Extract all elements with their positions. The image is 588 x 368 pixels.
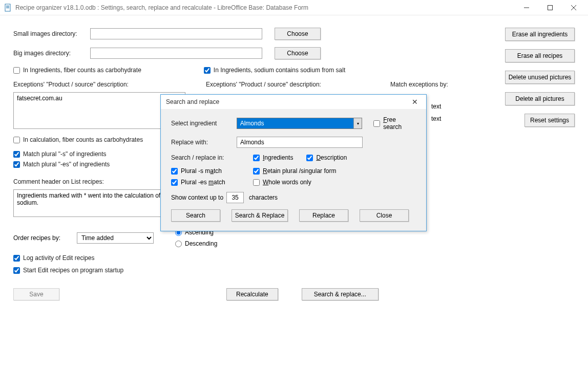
descending-radio[interactable]: Descending xyxy=(175,240,217,247)
characters-label: characters xyxy=(249,194,278,201)
erase-all-ingredients-button[interactable]: Erase all ingredients xyxy=(505,28,575,41)
erase-all-recipes-button[interactable]: Erase all recipes xyxy=(505,49,575,62)
show-context-label: Show context up to xyxy=(171,194,223,201)
match-plural-s-label: Match plural "-s" of ingredients xyxy=(23,150,107,158)
svg-rect-1 xyxy=(6,6,9,6)
small-images-input[interactable] xyxy=(90,28,262,39)
match-text-1: text xyxy=(431,103,441,110)
fiber-carb-calc-checkbox[interactable]: In calculation, fiber counts as carbohyd… xyxy=(13,136,143,143)
descending-label: Descending xyxy=(185,240,217,247)
choose-small-button[interactable]: Choose xyxy=(275,28,321,40)
chevron-down-icon[interactable]: ▾ xyxy=(353,118,362,128)
window-title: Recipe organizer v18.1.0.odb : Settings,… xyxy=(15,4,519,11)
free-search-checkbox[interactable]: Free search xyxy=(373,116,416,131)
retain-plural-checkbox[interactable]: Retain plural /singular form xyxy=(253,167,336,175)
select-ingredient-label: Select ingredient xyxy=(171,120,237,127)
order-by-label: Order recipes by: xyxy=(13,234,77,242)
document-icon xyxy=(4,4,12,12)
search-in-label: Search / replace in: xyxy=(171,154,237,161)
replace-with-input[interactable]: Almonds xyxy=(237,137,363,148)
start-edit-label: Start Edit recipes on program startup xyxy=(23,267,123,274)
plural-s-checkbox[interactable]: Plural -s match xyxy=(171,167,253,175)
match-exceptions-label: Match exceptions by: xyxy=(390,81,448,88)
minimize-button[interactable] xyxy=(519,3,534,13)
dialog-search-button[interactable]: Search xyxy=(171,209,220,222)
match-text-2: text xyxy=(431,115,441,122)
ingredients-checkbox[interactable]: Ingredients xyxy=(253,154,293,161)
log-activity-checkbox[interactable]: Log activity of Edit recipes xyxy=(13,254,575,262)
small-images-label: Small images directory: xyxy=(13,30,90,37)
reset-settings-button[interactable]: Reset settings xyxy=(524,114,575,127)
fiber-carb-ing-label: In Ingredients, fiber counts as carbohyd… xyxy=(23,67,141,74)
start-edit-checkbox[interactable]: Start Edit recipes on program startup xyxy=(13,267,575,274)
choose-big-button[interactable]: Choose xyxy=(275,47,321,59)
order-by-dropdown[interactable]: Time added xyxy=(77,232,154,244)
dialog-close-button[interactable]: Close xyxy=(360,209,409,222)
replace-with-label: Replace with: xyxy=(171,139,237,146)
maximize-button[interactable] xyxy=(543,3,557,13)
big-images-input[interactable] xyxy=(90,48,262,59)
svg-rect-3 xyxy=(6,8,9,8)
context-chars-input[interactable] xyxy=(226,192,244,203)
fiber-carb-calc-label: In calculation, fiber counts as carbohyd… xyxy=(23,136,143,143)
big-images-label: Big images directory: xyxy=(13,50,90,57)
sodium-salt-label: In Ingredients, sodium contains sodium f… xyxy=(214,67,345,74)
search-replace-dialog: Search and replace ✕ Select ingredient A… xyxy=(160,94,427,231)
exceptions-right-label: Exceptions' "Product / source" descripti… xyxy=(206,81,390,88)
whole-words-checkbox[interactable]: Whole words only xyxy=(253,179,311,186)
recalculate-button[interactable]: Recalculate xyxy=(226,288,278,300)
delete-all-pictures-button[interactable]: Delete all pictures xyxy=(505,92,575,105)
close-icon[interactable]: ✕ xyxy=(409,97,421,107)
dialog-title: Search and replace xyxy=(166,98,409,105)
fiber-carb-ingredients-checkbox[interactable]: In Ingredients, fiber counts as carbohyd… xyxy=(13,67,141,74)
svg-rect-5 xyxy=(548,5,553,10)
dialog-search-replace-button[interactable]: Search & Replace xyxy=(232,209,288,222)
titlebar: Recipe organizer v18.1.0.odb : Settings,… xyxy=(0,0,588,15)
svg-rect-2 xyxy=(6,7,9,7)
delete-unused-pictures-button[interactable]: Delete unused pictures xyxy=(505,71,575,84)
log-activity-label: Log activity of Edit recipes xyxy=(23,254,94,262)
select-ingredient-combo[interactable]: Almonds ▾ xyxy=(237,118,362,129)
match-plural-es-label: Match plural "-es" of ingredients xyxy=(23,161,110,168)
save-button[interactable]: Save xyxy=(13,288,59,300)
close-window-button[interactable] xyxy=(566,3,581,13)
search-replace-button[interactable]: Search & replace... xyxy=(302,288,379,300)
description-checkbox[interactable]: Description xyxy=(306,154,347,161)
plural-es-checkbox[interactable]: Plural -es match xyxy=(171,179,253,186)
exceptions-left-label: Exceptions' "Product / source" descripti… xyxy=(13,81,206,88)
sodium-salt-checkbox[interactable]: In Ingredients, sodium contains sodium f… xyxy=(204,67,345,74)
exceptions-textarea[interactable]: fatsecret.com.au xyxy=(13,92,185,129)
select-ingredient-value: Almonds xyxy=(237,118,353,128)
dialog-replace-button[interactable]: Replace xyxy=(299,209,348,222)
